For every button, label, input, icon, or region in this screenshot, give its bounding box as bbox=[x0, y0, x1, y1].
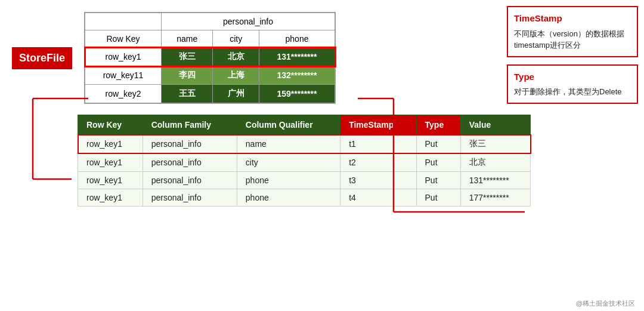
lower-value-4: 177******** bbox=[460, 189, 530, 207]
timestamp-annotation: TimeStamp 不同版本（version）的数据根据timestamp进行区… bbox=[507, 6, 638, 57]
col-header-value: Value bbox=[460, 115, 530, 135]
lower-rowkey-1: row_key1 bbox=[78, 135, 143, 153]
lower-type-3: Put bbox=[416, 172, 460, 189]
table-row-key1-highlighted: row_key1 张三 北京 131******** bbox=[85, 48, 335, 66]
column-family-header: personal_info bbox=[162, 13, 335, 30]
lower-value-3: 131******** bbox=[460, 172, 530, 189]
lower-type-4: Put bbox=[416, 189, 460, 207]
row-key-cell: row_key11 bbox=[85, 66, 162, 85]
lower-table-row-4: row_key1 personal_info phone t4 Put 177*… bbox=[78, 189, 531, 207]
storefile-label: StoreFile bbox=[12, 47, 72, 69]
city-subheader: city bbox=[213, 30, 259, 48]
lower-family-2: personal_info bbox=[143, 153, 237, 172]
type-annotation: Type 对于删除操作，其类型为Delete bbox=[507, 64, 638, 104]
lower-timestamp-1: t1 bbox=[340, 135, 416, 153]
lower-qualifier-2: city bbox=[237, 153, 340, 172]
lower-rowkey-2: row_key1 bbox=[78, 153, 143, 172]
main-container: TimeStamp 不同版本（version）的数据根据timestamp进行区… bbox=[0, 0, 644, 311]
name-cell: 李四 bbox=[162, 66, 213, 85]
city-cell: 广州 bbox=[213, 85, 259, 103]
col-header-type: Type bbox=[416, 115, 460, 135]
lower-table-row-2: row_key1 personal_info city t2 Put 北京 bbox=[78, 153, 531, 172]
lower-section: Row Key Column Family Column Qualifier T… bbox=[78, 115, 638, 207]
phone-cell: 131******** bbox=[259, 48, 335, 66]
rowkey-subheader: Row Key bbox=[85, 30, 162, 48]
lower-type-1: Put bbox=[416, 135, 460, 153]
upper-table: personal_info Row Key name city phone ro… bbox=[85, 13, 335, 103]
name-cell: 张三 bbox=[162, 48, 213, 66]
type-title: Type bbox=[514, 70, 631, 84]
lower-table: Row Key Column Family Column Qualifier T… bbox=[78, 115, 531, 207]
lower-type-2: Put bbox=[416, 153, 460, 172]
lower-table-header-row: Row Key Column Family Column Qualifier T… bbox=[78, 115, 531, 135]
empty-header bbox=[85, 13, 162, 30]
lower-value-2: 北京 bbox=[460, 153, 530, 172]
lower-qualifier-4: phone bbox=[237, 189, 340, 207]
lower-qualifier-3: phone bbox=[237, 172, 340, 189]
city-cell: 北京 bbox=[213, 48, 259, 66]
phone-cell: 132******** bbox=[259, 66, 335, 85]
lower-timestamp-4: t4 bbox=[340, 189, 416, 207]
timestamp-text: 不同版本（version）的数据根据timestamp进行区分 bbox=[514, 28, 631, 51]
table-row-key2: row_key2 王五 广州 159******** bbox=[85, 85, 335, 103]
timestamp-title: TimeStamp bbox=[514, 12, 631, 26]
col-header-rowkey: Row Key bbox=[78, 115, 143, 135]
lower-table-row-3: row_key1 personal_info phone t3 Put 131*… bbox=[78, 172, 531, 189]
lower-rowkey-3: row_key1 bbox=[78, 172, 143, 189]
lower-family-4: personal_info bbox=[143, 189, 237, 207]
row-key-cell: row_key2 bbox=[85, 85, 162, 103]
lower-value-1: 张三 bbox=[460, 135, 530, 153]
row-key-cell: row_key1 bbox=[85, 48, 162, 66]
lower-table-row-1: row_key1 personal_info name t1 Put 张三 bbox=[78, 135, 531, 153]
annotations-panel: TimeStamp 不同版本（version）的数据根据timestamp进行区… bbox=[507, 6, 638, 111]
lower-family-3: personal_info bbox=[143, 172, 237, 189]
phone-cell: 159******** bbox=[259, 85, 335, 103]
col-header-family: Column Family bbox=[143, 115, 237, 135]
name-subheader: name bbox=[162, 30, 213, 48]
type-text: 对于删除操作，其类型为Delete bbox=[514, 86, 631, 98]
table-row-key11: row_key11 李四 上海 132******** bbox=[85, 66, 335, 85]
col-header-qualifier: Column Qualifier bbox=[237, 115, 340, 135]
upper-table-wrapper: personal_info Row Key name city phone ro… bbox=[84, 12, 336, 104]
lower-rowkey-4: row_key1 bbox=[78, 189, 143, 207]
lower-timestamp-3: t3 bbox=[340, 172, 416, 189]
name-cell: 王五 bbox=[162, 85, 213, 103]
col-header-timestamp: TimeStamp bbox=[340, 115, 416, 135]
city-cell: 上海 bbox=[213, 66, 259, 85]
watermark: @稀土掘金技术社区 bbox=[576, 299, 635, 308]
lower-qualifier-1: name bbox=[237, 135, 340, 153]
lower-family-1: personal_info bbox=[143, 135, 237, 153]
lower-timestamp-2: t2 bbox=[340, 153, 416, 172]
phone-subheader: phone bbox=[259, 30, 335, 48]
